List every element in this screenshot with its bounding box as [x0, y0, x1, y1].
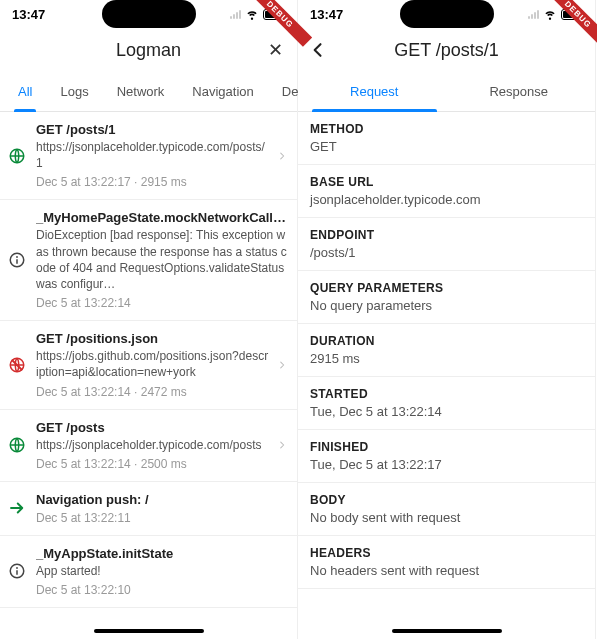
list-item-subtitle: https://jobs.github.com/positions.json?d… — [36, 348, 269, 380]
home-indicator[interactable] — [94, 629, 204, 633]
notch — [400, 0, 494, 28]
list-item[interactable]: GET /postshttps://jsonplaceholder.typico… — [0, 410, 297, 482]
section-label: QUERY PARAMETERS — [310, 281, 583, 295]
detail-section: STARTEDTue, Dec 5 at 13:22:14 — [298, 377, 595, 430]
globe-green-icon — [6, 436, 28, 454]
chevron-right-icon — [277, 149, 287, 163]
section-label: BASE URL — [310, 175, 583, 189]
info-icon — [6, 562, 28, 580]
list-item[interactable]: _MyAppState.initStateApp started!Dec 5 a… — [0, 536, 297, 608]
detail-section: BODYNo body sent with request — [298, 483, 595, 536]
list-item-body: _MyHomePageState.mockNetworkCallF…DioExc… — [36, 210, 287, 310]
section-label: METHOD — [310, 122, 583, 136]
detail-section: BASE URLjsonplaceholder.typicode.com — [298, 165, 595, 218]
home-indicator[interactable] — [392, 629, 502, 633]
tab-response[interactable]: Response — [447, 72, 592, 111]
detail-section: FINISHEDTue, Dec 5 at 13:22:17 — [298, 430, 595, 483]
section-label: BODY — [310, 493, 583, 507]
list-item-title: GET /positions.json — [36, 331, 269, 346]
detail-section: QUERY PARAMETERSNo query parameters — [298, 271, 595, 324]
back-button[interactable] — [308, 40, 328, 60]
section-label: FINISHED — [310, 440, 583, 454]
tabs: AllLogsNetworkNavigationDebug — [0, 72, 297, 112]
chevron-right-icon — [277, 358, 287, 372]
list-item-body: Navigation push: /Dec 5 at 13:22:11 — [36, 492, 287, 525]
detail-section: ENDPOINT/posts/1 — [298, 218, 595, 271]
list-item-body: _MyAppState.initStateApp started!Dec 5 a… — [36, 546, 287, 597]
globe-red-icon — [6, 356, 28, 374]
svg-point-8 — [16, 567, 18, 569]
section-value: No body sent with request — [310, 510, 583, 525]
tab-network[interactable]: Network — [103, 72, 179, 111]
chevron-left-icon — [308, 40, 328, 60]
list-item-body: GET /positions.jsonhttps://jobs.github.c… — [36, 331, 269, 398]
phone-left: DEBUG 13:47 Logman ✕ AllLogsNetworkNavig… — [0, 0, 298, 639]
list-item-meta: Dec 5 at 13:22:14 — [36, 296, 287, 310]
status-time: 13:47 — [310, 7, 370, 22]
tab-navigation[interactable]: Navigation — [178, 72, 267, 111]
wifi-icon — [543, 7, 557, 21]
tab-request[interactable]: Request — [302, 72, 447, 111]
list-item-title: Navigation push: / — [36, 492, 287, 507]
svg-rect-9 — [16, 571, 18, 576]
status-bar: 13:47 — [298, 0, 595, 28]
status-time: 13:47 — [12, 7, 72, 22]
section-label: HEADERS — [310, 546, 583, 560]
section-label: ENDPOINT — [310, 228, 583, 242]
section-value: No headers sent with request — [310, 563, 583, 578]
info-icon — [6, 251, 28, 269]
list-item-subtitle: DioException [bad response]: This except… — [36, 227, 287, 292]
detail-section: DURATION2915 ms — [298, 324, 595, 377]
list-item-body: GET /postshttps://jsonplaceholder.typico… — [36, 420, 269, 471]
svg-point-2 — [16, 256, 18, 258]
list-item-title: _MyAppState.initState — [36, 546, 287, 561]
phone-right: DEBUG 13:47 GET /posts/1 RequestResponse… — [298, 0, 596, 639]
list-item[interactable]: GET /posts/1https://jsonplaceholder.typi… — [0, 112, 297, 200]
section-label: STARTED — [310, 387, 583, 401]
section-value: No query parameters — [310, 298, 583, 313]
page-title: Logman — [116, 40, 181, 61]
section-value: Tue, Dec 5 at 13:22:17 — [310, 457, 583, 472]
list-item[interactable]: GET /positions.jsonhttps://jobs.github.c… — [0, 321, 297, 409]
list-item-meta: Dec 5 at 13:22:11 — [36, 511, 287, 525]
list-item-subtitle: https://jsonplaceholder.typicode.com/pos… — [36, 139, 269, 171]
tab-logs[interactable]: Logs — [46, 72, 102, 111]
header: GET /posts/1 — [298, 28, 595, 72]
arrow-right-green-icon — [6, 499, 28, 517]
list-item-title: _MyHomePageState.mockNetworkCallF… — [36, 210, 287, 225]
detail-sections[interactable]: METHODGETBASE URLjsonplaceholder.typicod… — [298, 112, 595, 639]
status-bar: 13:47 — [0, 0, 297, 28]
list-item[interactable]: _MyHomePageState.mockNetworkCallF…DioExc… — [0, 200, 297, 321]
section-value: jsonplaceholder.typicode.com — [310, 192, 583, 207]
page-title: GET /posts/1 — [394, 40, 499, 61]
list-item-meta: Dec 5 at 13:22:17 · 2915 ms — [36, 175, 269, 189]
cellular-icon — [230, 10, 241, 19]
chevron-right-icon — [277, 438, 287, 452]
section-label: DURATION — [310, 334, 583, 348]
list-item-title: GET /posts/1 — [36, 122, 269, 137]
wifi-icon — [245, 7, 259, 21]
list-item-title: GET /posts — [36, 420, 269, 435]
detail-section: METHODGET — [298, 112, 595, 165]
header: Logman ✕ — [0, 28, 297, 72]
log-list[interactable]: GET /posts/1https://jsonplaceholder.typi… — [0, 112, 297, 639]
list-item-meta: Dec 5 at 13:22:10 — [36, 583, 287, 597]
close-button[interactable]: ✕ — [268, 39, 283, 61]
detail-section: HEADERSNo headers sent with request — [298, 536, 595, 589]
globe-green-icon — [6, 147, 28, 165]
list-item[interactable]: Navigation push: /Dec 5 at 13:22:11 — [0, 482, 297, 536]
list-item-meta: Dec 5 at 13:22:14 · 2472 ms — [36, 385, 269, 399]
tabs: RequestResponse — [298, 72, 595, 112]
section-value: Tue, Dec 5 at 13:22:14 — [310, 404, 583, 419]
section-value: /posts/1 — [310, 245, 583, 260]
cellular-icon — [528, 10, 539, 19]
list-item-subtitle: https://jsonplaceholder.typicode.com/pos… — [36, 437, 269, 453]
list-item-subtitle: App started! — [36, 563, 287, 579]
tab-all[interactable]: All — [4, 72, 46, 111]
section-value: GET — [310, 139, 583, 154]
notch — [102, 0, 196, 28]
svg-rect-3 — [16, 260, 18, 265]
list-item-body: GET /posts/1https://jsonplaceholder.typi… — [36, 122, 269, 189]
list-item-meta: Dec 5 at 13:22:14 · 2500 ms — [36, 457, 269, 471]
section-value: 2915 ms — [310, 351, 583, 366]
